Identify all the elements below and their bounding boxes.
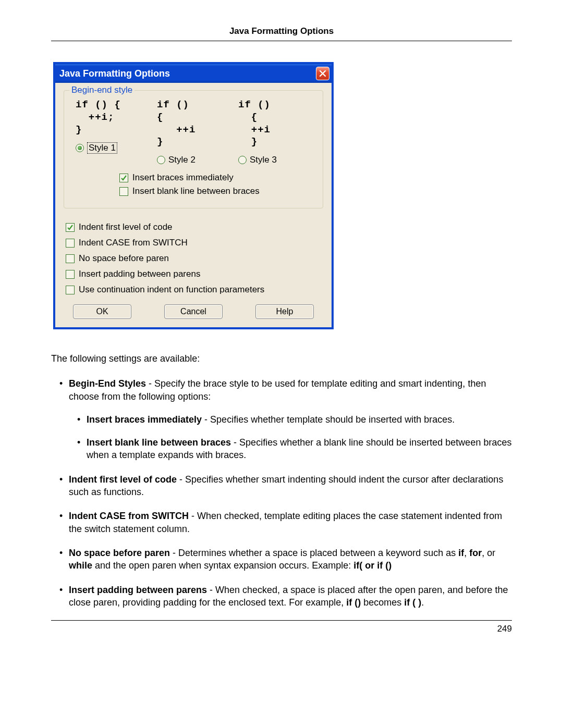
sub-list: Insert braces immediately - Specifies wh… [69, 413, 512, 462]
ok-button[interactable]: OK [73, 304, 131, 319]
style-col-1: if () { ++i; } Style 1 [76, 99, 149, 165]
titlebar: Java Formatting Options [55, 64, 332, 83]
term: Indent first level of code [69, 474, 177, 485]
cancel-button[interactable]: Cancel [164, 304, 223, 319]
ex: if ( ) [404, 597, 421, 608]
begin-end-fieldset: Begin-end style if () { ++i; } Style 1 i… [64, 90, 323, 208]
checkbox-indent-first[interactable]: Indent first level of code [66, 222, 323, 232]
list-item: No space before paren - Determines wheth… [62, 547, 512, 572]
checkbox-indent-case[interactable]: Indent CASE from SWITCH [66, 238, 323, 248]
style-col-3: if () { ++i } Style 3 [238, 99, 311, 165]
kw: for [469, 548, 482, 558]
radio-icon [76, 144, 84, 152]
inner-checks: Insert braces immediately Insert blank l… [119, 172, 315, 196]
rest: - Determines whether a space is placed b… [170, 548, 458, 558]
kw: while [69, 560, 92, 571]
close-icon [319, 70, 326, 77]
rest: - Specifies whether template should be i… [202, 414, 455, 425]
footer: 249 [51, 620, 512, 634]
fieldset-legend: Begin-end style [69, 85, 134, 95]
checkbox-icon [66, 286, 75, 294]
checkbox-icon [66, 223, 75, 232]
radio-style-1[interactable]: Style 1 [76, 142, 149, 154]
text: becomes [361, 597, 404, 608]
list-item: Insert blank line between braces - Speci… [79, 436, 512, 462]
term: Insert braces immediately [87, 414, 202, 425]
outer-checks: Indent first level of code Indent CASE f… [66, 222, 323, 295]
style-col-2: if () { ++i } Style 2 [157, 99, 230, 165]
body-text: The following settings are available: Be… [51, 352, 512, 609]
checkbox-icon [66, 239, 75, 248]
radio-label: Style 3 [250, 155, 277, 165]
list-item: Insert padding between parens - When che… [62, 584, 512, 609]
checkbox-label: Indent first level of code [79, 222, 173, 232]
close-button[interactable] [316, 67, 329, 80]
page-header-title: Java Formatting Options [51, 26, 512, 41]
help-button[interactable]: Help [255, 304, 314, 319]
text: , or [482, 548, 495, 558]
intro-text: The following settings are available: [51, 352, 512, 365]
term: Begin-End Styles [69, 378, 146, 389]
dialog-body: Begin-end style if () { ++i; } Style 1 i… [55, 83, 332, 327]
checkbox-icon [119, 187, 128, 196]
term: No space before paren [69, 548, 170, 558]
checkbox-label: Insert padding between parens [79, 269, 200, 279]
text: , [464, 548, 469, 558]
checkbox-label: Insert braces immediately [132, 172, 234, 183]
radio-icon [238, 156, 247, 164]
checkbox-label: Indent CASE from SWITCH [79, 238, 188, 248]
button-row: OK Cancel Help [64, 304, 323, 319]
checkbox-no-space[interactable]: No space before paren [66, 253, 323, 264]
checkbox-insert-braces[interactable]: Insert braces immediately [119, 172, 315, 183]
code-sample-2: if () { ++i } [157, 99, 230, 149]
radio-icon [157, 156, 165, 164]
list-item: Insert braces immediately - Specifies wh… [79, 413, 512, 426]
header-rule [51, 41, 512, 41]
radio-style-2[interactable]: Style 2 [157, 155, 230, 165]
list-item: Indent first level of code - Specifies w… [62, 473, 512, 499]
text: . [421, 597, 424, 608]
bullet-list: Begin-End Styles - Specify the brace sty… [51, 377, 512, 609]
code-sample-3: if () { ++i } [238, 99, 311, 149]
style-row: if () { ++i; } Style 1 if () { ++i } Sty… [71, 99, 315, 165]
term: Indent CASE from SWITCH [69, 511, 189, 521]
radio-label: Style 1 [87, 142, 117, 154]
checkbox-continuation[interactable]: Use continuation indent on function para… [66, 285, 323, 295]
checkbox-icon [66, 254, 75, 263]
list-item: Begin-End Styles - Specify the brace sty… [62, 377, 512, 461]
checkbox-blank-line[interactable]: Insert blank line between braces [119, 186, 315, 196]
checkbox-label: Use continuation indent on function para… [79, 285, 264, 295]
example: if( or if () [353, 560, 391, 571]
term: Insert padding between parens [69, 585, 207, 595]
checkbox-label: No space before paren [79, 253, 169, 264]
checkbox-icon [119, 174, 128, 182]
ex: if () [346, 597, 361, 608]
code-sample-1: if () { ++i; } [76, 99, 149, 136]
titlebar-text: Java Formatting Options [59, 68, 316, 79]
checkbox-label: Insert blank line between braces [132, 186, 260, 196]
dialog-window: Java Formatting Options Begin-end style … [53, 62, 334, 329]
kw: if [458, 548, 464, 558]
list-item: Indent CASE from SWITCH - When checked, … [62, 510, 512, 535]
checkbox-pad-parens[interactable]: Insert padding between parens [66, 269, 323, 279]
term: Insert blank line between braces [87, 437, 231, 448]
radio-style-3[interactable]: Style 3 [238, 155, 311, 165]
rest: and the open paren when syntax expansion… [92, 560, 353, 571]
checkbox-icon [66, 270, 75, 279]
page-number: 249 [497, 624, 512, 634]
radio-label: Style 2 [168, 155, 195, 165]
